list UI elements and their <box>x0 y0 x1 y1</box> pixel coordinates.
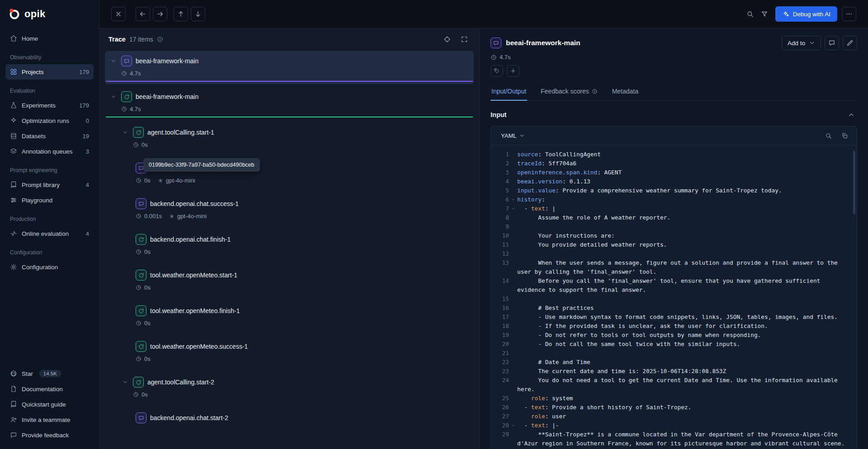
more-options-button[interactable] <box>842 7 856 21</box>
line-number: 20 <box>495 340 509 349</box>
fold-spacer <box>509 412 517 421</box>
add-button[interactable] <box>507 65 519 77</box>
line-number: 9 <box>495 222 509 231</box>
copy-code-button[interactable] <box>839 130 850 142</box>
llm-span-icon <box>491 37 501 48</box>
trace-item[interactable]: beeai-framework-main4.7s <box>105 51 474 84</box>
clock-icon <box>133 392 139 398</box>
add-to-button[interactable]: Add to <box>782 36 821 50</box>
trace-item[interactable]: beeai-framework-main4.7s <box>105 87 474 120</box>
agent-span-icon <box>136 341 146 352</box>
trace-item[interactable]: tool.weather.openMeteo.finish-10s <box>105 301 474 334</box>
trace-tree: beeai-framework-main4.7sbeeai-framework-… <box>99 50 479 449</box>
model-icon <box>158 178 163 183</box>
chevron-down-icon[interactable] <box>110 58 118 64</box>
detail-duration: 4.7s <box>491 54 857 61</box>
search-button[interactable] <box>743 7 757 21</box>
close-button[interactable] <box>111 7 126 21</box>
comments-button[interactable] <box>825 36 839 50</box>
chevron-down-icon[interactable] <box>122 129 129 136</box>
chevron-down-icon[interactable] <box>110 94 118 100</box>
trace-item[interactable]: backend.openai.chat.finish-10s <box>105 229 474 262</box>
fold-spacer <box>509 367 517 376</box>
edit-button[interactable] <box>843 36 857 50</box>
sidebar-item-prompt-library[interactable]: Prompt library4 <box>5 177 94 192</box>
trace-item-name: tool.weather.openMeteo.start-1 <box>150 271 237 279</box>
sidebar-item-configuration[interactable]: Configuration <box>5 259 94 275</box>
sidebar-item-home[interactable]: Home <box>5 31 94 46</box>
add-to-label: Add to <box>788 40 805 47</box>
line-number: 23 <box>495 367 509 376</box>
chevron-down-icon[interactable] <box>122 379 129 385</box>
trace-item[interactable]: backend.openai.chat.success-10.001sgpt-4… <box>105 194 474 227</box>
opik-logo[interactable]: opik <box>0 0 99 28</box>
trace-item-name: agent.toolCalling.start-1 <box>147 129 214 136</box>
trace-item[interactable]: backend.openai.chat.start-2 <box>105 408 474 430</box>
trace-item[interactable]: tool.weather.openMeteo.success-10s <box>105 337 474 369</box>
line-number: 29 <box>495 430 509 449</box>
fold-chevron-icon[interactable] <box>509 421 517 430</box>
footer-item-provide-feedback[interactable]: Provide feedback <box>5 427 94 443</box>
next-trace-button[interactable] <box>191 7 205 21</box>
fold-spacer <box>509 394 517 403</box>
app-window: opik HomeObservabilityProjects179Evaluat… <box>0 0 868 449</box>
trace-item[interactable]: tool.weather.openMeteo.start-10s <box>105 265 474 298</box>
footer-item-label: Quickstart guide <box>22 401 66 408</box>
filter-button[interactable] <box>757 7 772 21</box>
sidebar-nav: HomeObservabilityProjects179EvaluationEx… <box>0 28 99 362</box>
search-in-code-button[interactable] <box>822 130 834 142</box>
sidebar-item-online-evaluation[interactable]: Online evaluation4 <box>5 226 94 241</box>
clock-icon <box>121 106 127 112</box>
trace-item[interactable]: agent.toolCalling.start-20s <box>105 372 474 405</box>
tab-metadata[interactable]: Metadata <box>611 83 639 100</box>
back-button[interactable] <box>136 7 150 21</box>
yaml-viewer-header: YAML <box>491 126 857 145</box>
input-section-header[interactable]: Input <box>491 107 857 126</box>
format-select[interactable]: YAML <box>497 130 528 141</box>
trace-item[interactable]: 0sgpt-4o-mini0199b9ec-33f9-7a97-ba50-bde… <box>105 158 474 191</box>
code-line: 8 Assume the role of A weather reporter. <box>495 213 850 222</box>
focus-trace-button[interactable] <box>441 33 453 45</box>
line-number: 21 <box>495 349 509 358</box>
agent-span-icon <box>136 305 146 316</box>
code-line: 3openinference.span.kind: AGENT <box>495 168 850 177</box>
trace-header: Trace 17 items <box>99 28 479 50</box>
code-line: 16 # Best practices <box>495 304 850 313</box>
trace-item[interactable]: agent.toolCalling.start-10s <box>105 122 474 155</box>
footer-item-star[interactable]: Star14.5K <box>5 366 94 381</box>
sidebar-item-projects[interactable]: Projects179 <box>5 64 94 80</box>
add-tag-button[interactable] <box>491 65 503 77</box>
fold-chevron-icon[interactable] <box>509 204 517 213</box>
sliders-icon <box>10 196 17 204</box>
sidebar-item-datasets[interactable]: Datasets19 <box>5 128 94 144</box>
sidebar-item-experiments[interactable]: Experiments179 <box>5 98 94 113</box>
code-line: 7 - text: | <box>495 204 850 213</box>
footer-item-documentation[interactable]: Documentation <box>5 381 94 397</box>
footer-item-invite-a-teammate[interactable]: Invite a teammate <box>5 412 94 427</box>
scrollbar-thumb[interactable] <box>853 151 855 214</box>
forward-button[interactable] <box>153 7 167 21</box>
info-icon <box>592 89 598 94</box>
sidebar-item-annotation-queues[interactable]: Annotation queues3 <box>5 144 94 159</box>
nav-section-label: Observability <box>10 54 89 61</box>
fold-chevron-icon[interactable] <box>509 195 517 204</box>
line-number: 8 <box>495 213 509 222</box>
sidebar-item-optimization-runs[interactable]: Optimization runs0 <box>5 113 94 128</box>
fold-spacer <box>509 322 517 331</box>
footer-item-quickstart-guide[interactable]: Quickstart guide <box>5 397 94 412</box>
fold-spacer <box>509 240 517 249</box>
debug-with-ai-button[interactable]: Debug with AI <box>775 6 837 22</box>
sidebar-item-label: Home <box>22 35 38 42</box>
expand-all-button[interactable] <box>458 33 470 45</box>
line-number: 10 <box>495 231 509 240</box>
debug-with-ai-label: Debug with AI <box>793 11 830 18</box>
collapse-section-button[interactable] <box>845 109 857 121</box>
fold-spacer <box>509 304 517 313</box>
line-number: 22 <box>495 358 509 367</box>
trace-item-name: backend.openai.chat.success-1 <box>150 200 239 207</box>
prev-trace-button[interactable] <box>174 7 188 21</box>
sidebar-item-playground[interactable]: Playground <box>5 192 94 208</box>
tab-input-output[interactable]: Input/Output <box>491 83 527 100</box>
clock-icon <box>136 285 142 290</box>
tab-feedback-scores[interactable]: Feedback scores <box>540 83 599 100</box>
